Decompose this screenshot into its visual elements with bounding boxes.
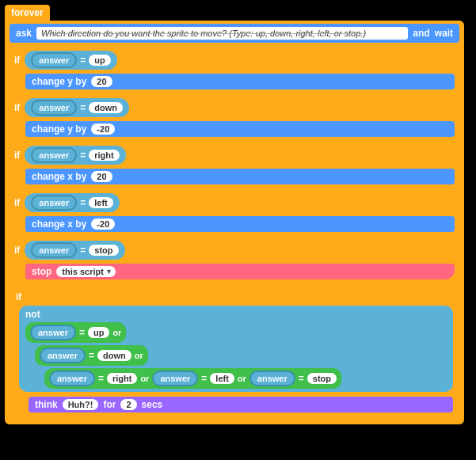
stop-dropdown-text: this script [62, 267, 104, 276]
condition-left: answer = left [25, 193, 119, 212]
or-row-1: answer = up or [25, 322, 447, 343]
answer-var-5: answer [31, 242, 77, 258]
condition-down: answer = down [25, 98, 129, 117]
condition-right: answer = right [25, 146, 125, 165]
think-for-keyword: for [103, 399, 116, 410]
answer-or3-3: answer [249, 371, 295, 386]
answer-or2-1: answer [40, 348, 86, 363]
or-row-2: answer = down or [25, 345, 447, 366]
if-keyword-5: if [14, 245, 20, 256]
if-block-left: if answer = left change x by -20 [10, 191, 459, 235]
or-row-3: answer = right or answer = left or answe… [44, 368, 447, 389]
not-keyword: not [25, 309, 40, 320]
or-label-2: or [135, 351, 143, 360]
think-secs-keyword: secs [142, 399, 163, 410]
stop-block: stop this script ▼ [25, 264, 455, 279]
answer-or1-1: answer [30, 325, 76, 340]
ask-keyword: ask [16, 28, 32, 39]
ask-text: Which direction do you want the sprite t… [36, 27, 408, 40]
eq-or3-1: = [98, 373, 104, 384]
val-or2-down: down [97, 350, 131, 361]
val-or3-right: right [107, 373, 137, 384]
eq-or3-2: = [201, 373, 207, 384]
answer-var-1: answer [31, 52, 77, 68]
if-keyword-2: if [14, 102, 20, 113]
condition-up: answer = up [25, 51, 116, 70]
val-left: left [89, 197, 113, 208]
change-x-left: change x by -20 [25, 216, 455, 232]
change-x-val-1: 20 [91, 171, 112, 182]
or-label-1: or [112, 328, 121, 337]
val-down: down [89, 102, 123, 113]
change-y-down: change y by -20 [25, 121, 455, 137]
if-keyword-3: if [14, 150, 20, 161]
think-num: 2 [120, 399, 136, 410]
stop-label: stop [32, 266, 51, 277]
think-value: Huh?! [63, 399, 99, 410]
change-y-val-2: -20 [91, 124, 115, 135]
think-block: think Huh?! for 2 secs [29, 397, 453, 412]
val-stop: stop [89, 245, 118, 256]
eq-1: = [80, 55, 86, 66]
big-if-keyword: if [16, 291, 21, 302]
think-keyword: think [35, 399, 58, 410]
eq-5: = [80, 245, 86, 256]
eq-or3-3: = [299, 373, 304, 384]
eq-or1-1: = [79, 327, 85, 338]
answer-or3-1: answer [49, 371, 95, 386]
answer-var-3: answer [31, 147, 77, 163]
change-y-label-2: change y by [32, 124, 86, 135]
not-block: not answer = up or answ [19, 306, 453, 392]
eq-3: = [80, 150, 86, 161]
if-block-stop: if answer = stop stop this script ▼ [10, 238, 459, 283]
and-keyword: and [413, 28, 429, 39]
ask-block: ask Which direction do you want the spri… [10, 24, 459, 43]
eq-or2-1: = [89, 350, 94, 361]
val-up: up [89, 55, 110, 66]
eq-2: = [80, 102, 86, 113]
val-or1-up: up [88, 327, 109, 338]
answer-var-2: answer [31, 100, 77, 116]
wait-keyword: wait [435, 28, 453, 39]
change-x-label-2: change x by [32, 219, 86, 230]
val-right: right [89, 150, 119, 161]
big-if-block: if not answer = up or [10, 287, 459, 418]
forever-label: forever [5, 5, 50, 21]
change-y-label-1: change y by [32, 76, 86, 87]
change-y-val-1: 20 [91, 76, 112, 87]
if-block-up: if answer = up change y by 20 [10, 48, 459, 93]
if-keyword-4: if [14, 197, 20, 208]
stop-dropdown[interactable]: this script ▼ [56, 266, 116, 277]
dropdown-arrow-icon: ▼ [105, 268, 112, 276]
answer-var-4: answer [31, 195, 77, 211]
eq-4: = [80, 197, 86, 208]
change-x-label-1: change x by [32, 171, 86, 182]
val-or3-stop: stop [307, 373, 337, 384]
change-x-val-2: -20 [91, 219, 115, 230]
if-block-down: if answer = down change y by -20 [10, 96, 459, 140]
condition-stop: answer = stop [25, 241, 124, 260]
or-label-4: or [238, 374, 246, 383]
change-x-right: change x by 20 [25, 169, 455, 184]
val-or3-left: left [210, 373, 234, 384]
change-y-up: change y by 20 [25, 74, 455, 89]
if-block-right: if answer = right change x by 20 [10, 143, 459, 188]
or-label-3: or [140, 374, 149, 383]
answer-or3-2: answer [152, 371, 198, 386]
if-keyword-1: if [14, 55, 20, 66]
